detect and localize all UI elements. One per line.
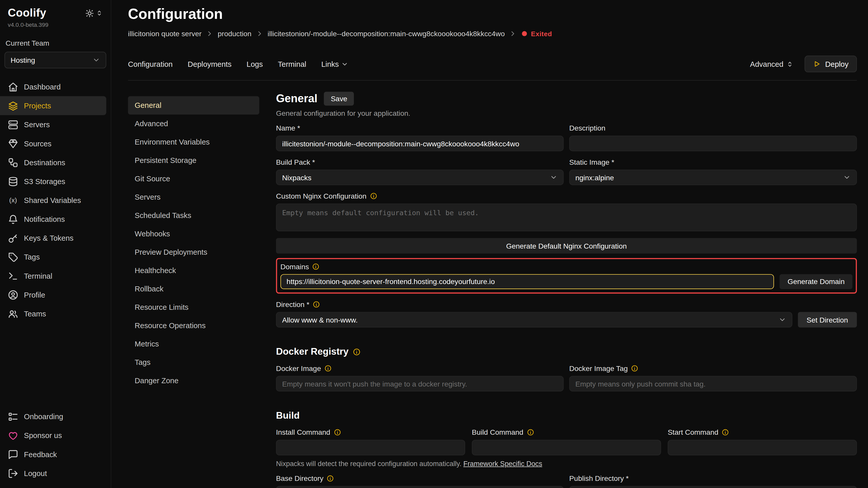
sidebar-item-feedback[interactable]: Feedback	[0, 445, 106, 464]
domains-input[interactable]	[280, 274, 774, 289]
build-command-label: Build Command	[472, 428, 523, 436]
subnav-environment-variables[interactable]: Environment Variables	[128, 133, 259, 151]
sidebar-item-label: Onboarding	[24, 412, 63, 421]
tab-links[interactable]: Links	[321, 60, 348, 68]
sidebar-item-label: Sponsor us	[24, 431, 62, 440]
sidebar-item-label: Servers	[24, 120, 50, 129]
save-button[interactable]: Save	[324, 92, 354, 106]
subnav-healthcheck[interactable]: Healthcheck	[128, 261, 259, 280]
sidebar-item-label: Dashboard	[24, 83, 61, 91]
static-image-select[interactable]: nginx:alpine	[569, 169, 857, 185]
docker-image-tag-label: Docker Image Tag	[569, 364, 628, 372]
subnav-general[interactable]: General	[128, 96, 259, 115]
publish-directory-input[interactable]	[569, 486, 857, 488]
status-badge: Exited	[522, 30, 552, 38]
status-dot-icon	[522, 31, 527, 36]
sidebar-item-servers[interactable]: Servers	[0, 115, 106, 134]
subnav-resource-limits[interactable]: Resource Limits	[128, 298, 259, 317]
subnav-preview-deployments[interactable]: Preview Deployments	[128, 243, 259, 261]
subnav-scheduled-tasks[interactable]: Scheduled Tasks	[128, 206, 259, 225]
breadcrumb-project[interactable]: illicitonion quote server	[128, 30, 202, 38]
generate-domain-button[interactable]: Generate Domain	[780, 274, 852, 289]
sidebar-item-label: Projects	[24, 101, 51, 110]
sidebar-item-s3-storages[interactable]: S3 Storages	[0, 172, 106, 191]
info-icon[interactable]	[334, 429, 341, 436]
subnav-webhooks[interactable]: Webhooks	[128, 225, 259, 243]
info-icon[interactable]	[353, 348, 361, 356]
sun-theme-icon[interactable]	[85, 9, 94, 18]
sidebar-item-notifications[interactable]: Notifications	[0, 209, 106, 228]
sidebar-item-sources[interactable]: Sources	[0, 134, 106, 153]
sidebar-item-projects[interactable]: Projects	[0, 96, 106, 115]
subnav-tags[interactable]: Tags	[128, 353, 259, 371]
sidebar-nav: Dashboard Projects Servers Sources Desti…	[0, 77, 111, 323]
info-icon[interactable]	[312, 263, 319, 270]
sidebar-item-destinations[interactable]: Destinations	[0, 153, 106, 172]
subnav-danger-zone[interactable]: Danger Zone	[128, 371, 259, 390]
subnav-rollback[interactable]: Rollback	[128, 280, 259, 298]
chevrons-up-down-icon[interactable]	[96, 9, 103, 17]
docker-image-tag-input[interactable]	[569, 376, 857, 391]
tab-configuration[interactable]: Configuration	[128, 60, 173, 68]
sidebar-item-tags[interactable]: Tags	[0, 247, 106, 266]
base-directory-input[interactable]	[276, 486, 564, 488]
generate-nginx-button[interactable]: Generate Default Nginx Configuration	[276, 238, 857, 254]
subnav-servers[interactable]: Servers	[128, 188, 259, 206]
info-icon[interactable]	[722, 429, 729, 436]
sidebar-item-label: Keys & Tokens	[24, 234, 73, 242]
breadcrumb: illicitonion quote server production ill…	[128, 30, 857, 38]
sidebar-item-terminal[interactable]: Terminal	[0, 266, 106, 285]
deploy-button[interactable]: Deploy	[804, 56, 857, 72]
description-label: Description	[569, 124, 606, 132]
sidebar-item-profile[interactable]: Profile	[0, 285, 106, 304]
server-icon	[8, 119, 19, 130]
sidebar-item-shared-variables[interactable]: (x) Shared Variables	[0, 191, 106, 209]
direction-select[interactable]: Allow www & non-www.	[276, 312, 792, 327]
app-version: v4.0.0-beta.399	[8, 21, 103, 28]
sidebar-item-sponsor[interactable]: Sponsor us	[0, 426, 106, 445]
tab-logs[interactable]: Logs	[246, 60, 263, 68]
info-icon[interactable]	[370, 193, 377, 200]
sidebar-item-dashboard[interactable]: Dashboard	[0, 77, 106, 96]
sidebar-item-onboarding[interactable]: Onboarding	[0, 407, 106, 426]
brand-logo[interactable]: Coolify	[8, 7, 46, 20]
nginx-config-textarea[interactable]	[276, 203, 857, 231]
build-pack-label: Build Pack *	[276, 158, 315, 166]
subnav-resource-operations[interactable]: Resource Operations	[128, 317, 259, 335]
docker-registry-title: Docker Registry	[276, 347, 348, 358]
tab-terminal[interactable]: Terminal	[278, 60, 306, 68]
info-icon[interactable]	[631, 365, 639, 372]
info-icon[interactable]	[313, 301, 320, 308]
coolify-app: Coolify v4.0.0-beta.399 Current Team Hos…	[0, 0, 868, 488]
build-command-input[interactable]	[472, 440, 661, 455]
chevron-down-icon	[550, 173, 558, 181]
breadcrumb-environment[interactable]: production	[218, 30, 251, 38]
description-input[interactable]	[569, 136, 857, 151]
info-icon[interactable]	[327, 475, 334, 482]
set-direction-button[interactable]: Set Direction	[798, 312, 857, 327]
sidebar-item-logout[interactable]: Logout	[0, 464, 106, 483]
sidebar-item-keys-tokens[interactable]: Keys & Tokens	[0, 228, 106, 247]
framework-docs-link[interactable]: Framework Specific Docs	[463, 460, 542, 468]
team-select[interactable]: Hosting	[4, 52, 106, 68]
install-command-input[interactable]	[276, 440, 465, 455]
subnav-metrics[interactable]: Metrics	[128, 335, 259, 353]
build-pack-select[interactable]: Nixpacks	[276, 169, 564, 185]
start-command-input[interactable]	[668, 440, 857, 455]
info-icon[interactable]	[324, 365, 332, 372]
sidebar-item-teams[interactable]: Teams	[0, 304, 106, 323]
tab-deployments[interactable]: Deployments	[188, 60, 232, 68]
info-icon[interactable]	[527, 429, 534, 436]
name-input[interactable]	[276, 136, 564, 151]
start-command-label: Start Command	[668, 428, 718, 436]
advanced-toggle[interactable]: Advanced	[750, 60, 794, 68]
subnav-advanced[interactable]: Advanced	[128, 115, 259, 133]
subnav-git-source[interactable]: Git Source	[128, 169, 259, 188]
docker-image-input[interactable]	[276, 376, 564, 391]
subnav-persistent-storage[interactable]: Persistent Storage	[128, 151, 259, 169]
domains-label: Domains	[280, 262, 309, 271]
page-title: Configuration	[128, 6, 857, 23]
sidebar-item-label: Teams	[24, 310, 46, 318]
breadcrumb-application[interactable]: illicitestonion/-module--decomposition:m…	[268, 30, 505, 38]
sidebar-item-label: Logout	[24, 469, 47, 478]
